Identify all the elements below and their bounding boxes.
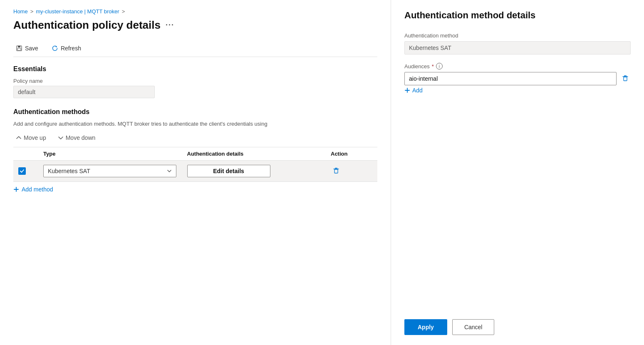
audiences-label-text: Audiences: [404, 63, 430, 69]
add-method-label: Add method: [22, 186, 53, 193]
move-down-label: Move down: [66, 134, 96, 141]
auth-method-group: Authentication method Kubernetes SAT: [404, 32, 631, 55]
move-down-button[interactable]: Move down: [55, 133, 98, 143]
move-up-label: Move up: [24, 134, 46, 141]
svg-rect-10: [624, 77, 627, 81]
policy-name-value: default: [13, 86, 155, 98]
row-checkbox[interactable]: [18, 167, 43, 175]
auth-methods-title: Authentication methods: [13, 108, 377, 116]
row-edit[interactable]: Edit details: [187, 165, 331, 177]
essentials-section: Essentials Policy name default: [13, 65, 377, 98]
table-header: Type Authentication details Action: [13, 147, 377, 161]
plus-icon: [13, 186, 19, 192]
audiences-label: Audiences * i: [404, 63, 631, 69]
right-panel-footer: Apply Cancel: [404, 311, 631, 335]
trash-icon: [332, 167, 340, 174]
col-type: Type: [43, 151, 187, 157]
page-title: Authentication policy details: [13, 19, 161, 32]
trash-audiences-icon: [622, 74, 629, 82]
audiences-input[interactable]: [404, 72, 617, 85]
col-auth-details: Authentication details: [187, 151, 331, 157]
edit-details-button[interactable]: Edit details: [187, 165, 270, 177]
arrow-up-icon: [16, 135, 22, 141]
table-row: Kubernetes SAT Edit details: [13, 161, 377, 182]
add-method-button[interactable]: Add method: [13, 182, 53, 197]
add-audience-button[interactable]: Add: [404, 85, 423, 95]
ellipsis-menu[interactable]: ···: [166, 21, 174, 30]
essentials-title: Essentials: [13, 65, 377, 73]
save-icon: [16, 45, 22, 52]
svg-rect-1: [18, 46, 20, 47]
page-title-container: Authentication policy details ···: [13, 19, 377, 32]
breadcrumb-cluster[interactable]: my-cluster-instance | MQTT broker: [36, 8, 119, 15]
auth-methods-table: Type Authentication details Action Kuber…: [13, 147, 377, 182]
move-controls: Move up Move down: [13, 133, 377, 143]
audiences-delete-button[interactable]: [620, 73, 631, 85]
move-up-button[interactable]: Move up: [13, 133, 49, 143]
right-panel-title: Authentication method details: [404, 10, 631, 21]
save-label: Save: [25, 45, 38, 52]
breadcrumb: Home > my-cluster-instance | MQTT broker…: [13, 8, 377, 15]
toolbar: Save Refresh: [13, 40, 377, 57]
auth-methods-desc: Add and configure authentication methods…: [13, 121, 377, 127]
delete-row-button[interactable]: [331, 165, 342, 177]
info-icon[interactable]: i: [436, 63, 443, 69]
type-value: Kubernetes SAT: [48, 168, 90, 174]
refresh-label: Refresh: [61, 45, 81, 52]
add-audience-label: Add: [412, 87, 423, 94]
right-panel: Authentication method details Authentica…: [391, 0, 644, 345]
audiences-row: [404, 72, 631, 85]
checkbox-selected[interactable]: [18, 167, 26, 175]
auth-method-label: Authentication method: [404, 32, 631, 39]
svg-rect-2: [17, 48, 21, 50]
audiences-required: *: [432, 63, 434, 69]
checkmark-icon: [20, 169, 25, 174]
row-delete[interactable]: [331, 165, 372, 177]
breadcrumb-home[interactable]: Home: [13, 8, 28, 15]
audiences-group: Audiences * i Add: [404, 63, 631, 95]
col-checkbox: [18, 151, 43, 157]
arrow-down-icon: [58, 135, 64, 141]
left-panel: Home > my-cluster-instance | MQTT broker…: [0, 0, 391, 345]
col-action: Action: [331, 151, 372, 157]
chevron-down-icon: [167, 169, 172, 174]
refresh-icon: [52, 45, 58, 52]
breadcrumb-sep2: >: [122, 8, 125, 15]
plus-add-icon: [404, 87, 410, 93]
auth-methods-section: Authentication methods Add and configure…: [13, 108, 377, 197]
cancel-button[interactable]: Cancel: [452, 319, 495, 335]
apply-button[interactable]: Apply: [404, 319, 447, 335]
policy-name-label: Policy name: [13, 78, 377, 84]
auth-method-value: Kubernetes SAT: [404, 41, 631, 55]
svg-rect-3: [334, 169, 338, 173]
row-type[interactable]: Kubernetes SAT: [43, 165, 187, 177]
breadcrumb-sep1: >: [30, 8, 34, 15]
save-button[interactable]: Save: [13, 43, 41, 53]
refresh-button[interactable]: Refresh: [49, 43, 84, 53]
type-dropdown[interactable]: Kubernetes SAT: [43, 165, 176, 177]
